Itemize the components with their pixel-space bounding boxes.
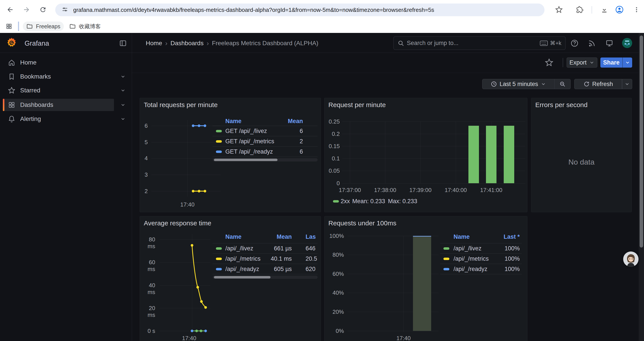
search-icon (398, 40, 404, 47)
y-axis-tick: 0.25 (324, 118, 340, 125)
extensions-icon[interactable] (574, 4, 586, 15)
share-button[interactable]: Share (600, 58, 622, 68)
browser-reload-button[interactable] (37, 4, 49, 15)
zoom-out-button[interactable] (554, 79, 570, 89)
help-icon[interactable] (570, 39, 579, 47)
sidebar-item-alerting[interactable]: Alerting (3, 113, 114, 125)
y-axis-tick: 6 (140, 122, 148, 129)
downloads-icon[interactable] (599, 4, 610, 15)
sidebar: HomeBookmarksStarredDashboardsAlerting (0, 33, 132, 341)
sidebar-item-bookmarks[interactable]: Bookmarks (3, 71, 114, 83)
legend-value: 620 (306, 266, 316, 272)
time-range-picker[interactable]: Last 5 minutes (482, 79, 554, 89)
panel-requests-under-100ms: Requests under 100ms 100%80%60%40%20%0%1… (324, 216, 528, 341)
toolbar-divider (592, 6, 592, 14)
gridline-h (160, 262, 210, 262)
chevron-down-icon[interactable] (118, 113, 127, 125)
legend-separator (440, 264, 522, 264)
sidebar-item-label: Home (20, 59, 36, 66)
y-axis-tick: 40% (324, 289, 344, 296)
panel-title[interactable]: Requests under 100ms (328, 219, 396, 227)
url-text[interactable]: grafana.mathmast.com/d/deytv4rwavabkb/fr… (73, 7, 434, 14)
legend-scrollbar[interactable] (212, 158, 318, 162)
legend-header-Mean[interactable]: Mean (212, 118, 303, 125)
refresh-button[interactable]: Refresh (574, 79, 622, 89)
bookmark-folder-blogs[interactable]: 收藏博客 (66, 22, 104, 31)
legend-header-Last *[interactable]: Last * (440, 233, 520, 240)
news-rss-icon[interactable] (588, 39, 596, 47)
address-bar[interactable]: grafana.mathmast.com/d/deytv4rwavabkb/fr… (55, 4, 544, 16)
site-settings-icon[interactable] (62, 6, 68, 14)
bar (504, 126, 514, 183)
sidebar-item-starred[interactable]: Starred (3, 84, 114, 97)
assistant-avatar-button[interactable] (623, 251, 638, 267)
bookmark-star-icon[interactable] (553, 4, 565, 15)
sidebar-item-label: Dashboards (20, 101, 53, 108)
browser-back-button[interactable] (4, 4, 16, 15)
gridline-h (152, 191, 220, 191)
legend-separator (212, 146, 318, 147)
sidebar-item-label: Bookmarks (20, 73, 51, 80)
gridline-v (350, 122, 350, 183)
kiosk-monitor-icon[interactable] (605, 39, 614, 47)
legend-value: 100% (440, 266, 520, 272)
area-column (413, 236, 431, 331)
legend-max: Max: 0.233 (388, 198, 417, 205)
legend-separator (212, 264, 318, 264)
legend-series-name[interactable]: 2xx (341, 198, 350, 205)
legend-scrollbar-thumb[interactable] (214, 159, 278, 161)
sidebar-item-dashboards[interactable]: Dashboards (3, 99, 114, 111)
data-point (204, 124, 206, 127)
bookmark-folder-freeleaps[interactable]: Freeleaps (23, 22, 64, 31)
panel-title[interactable]: Errors per second (535, 101, 588, 109)
legend-header-Mean[interactable]: Mean (212, 233, 292, 240)
search-input[interactable]: Search or jump to... ⌘+k (394, 37, 566, 50)
legend-header-Las[interactable]: Las (306, 233, 316, 240)
sidebar-item-label: Starred (20, 87, 40, 94)
chevron-down-icon (589, 60, 594, 65)
chevron-down-icon (625, 60, 630, 65)
bookmarks-bar: Freeleaps 收藏博客 (0, 20, 644, 33)
share-menu-button[interactable] (622, 58, 632, 68)
chevron-down-icon[interactable] (118, 84, 127, 97)
y-axis-tick: 60% (324, 270, 344, 277)
legend-value: 6 (212, 128, 303, 135)
data-point (200, 300, 203, 303)
page-scrollbar-thumb[interactable] (640, 36, 643, 247)
y-axis-tick: 20% (324, 308, 344, 315)
breadcrumb-current: Freeleaps Metrics Dashboard (ALPHA) (212, 40, 318, 47)
export-button[interactable]: Export (566, 58, 597, 68)
panel-title[interactable]: Request per minute (328, 101, 386, 109)
chevron-down-icon[interactable] (118, 71, 127, 83)
apps-grid-icon[interactable] (3, 21, 15, 32)
breadcrumb-dashboards[interactable]: Dashboards (170, 40, 204, 47)
panel-title[interactable]: Total requests per minute (144, 101, 218, 109)
gridline-v (192, 234, 192, 333)
data-point (191, 329, 193, 332)
keyboard-icon (540, 40, 548, 46)
chevron-down-icon (624, 81, 630, 87)
legend-separator (212, 136, 318, 136)
legend-value: 40.1 ms (212, 255, 292, 262)
favorite-star-icon[interactable] (545, 58, 553, 67)
data-point (192, 124, 194, 127)
legend-scrollbar[interactable] (212, 276, 318, 279)
refresh-interval-button[interactable] (622, 79, 632, 89)
data-point (204, 306, 207, 309)
y-axis-tick: 0 (324, 180, 340, 187)
breadcrumb-home[interactable]: Home (146, 40, 162, 47)
chevron-down-icon[interactable] (118, 99, 127, 111)
browser-forward-button[interactable] (21, 4, 32, 15)
gridline-v (188, 120, 188, 197)
browser-menu-icon[interactable] (631, 4, 642, 15)
panel-title[interactable]: Average response time (144, 219, 211, 227)
breadcrumb: Home › Dashboards › Freeleaps Metrics Da… (146, 40, 318, 47)
user-avatar[interactable] (622, 38, 632, 48)
gridline-h (160, 285, 210, 285)
data-point (198, 190, 200, 192)
browser-profile-icon[interactable] (614, 4, 625, 15)
gridline-h (342, 158, 525, 159)
x-axis-tick: 17:40:00 (442, 187, 469, 194)
sidebar-item-home[interactable]: Home (3, 56, 114, 69)
legend-scrollbar-thumb[interactable] (214, 276, 270, 278)
